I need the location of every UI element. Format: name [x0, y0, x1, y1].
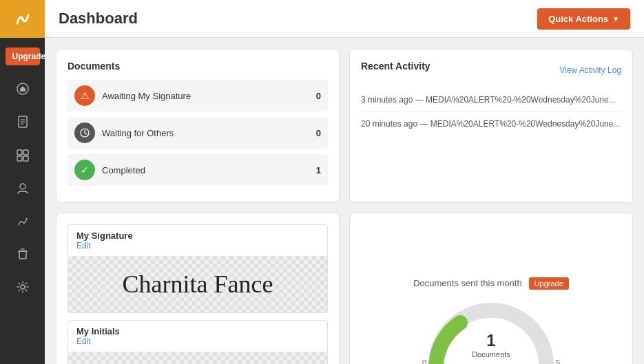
upgrade-button[interactable]: Upgrade	[6, 47, 40, 65]
signature-label: My Signature	[76, 231, 319, 241]
sidebar-item-trash[interactable]	[9, 240, 37, 268]
list-item: ⚠ Awaiting My Signature 0	[67, 80, 328, 111]
svg-rect-9	[23, 156, 28, 161]
svg-rect-11	[19, 251, 26, 259]
completed-count: 1	[316, 165, 321, 175]
sidebar-item-documents[interactable]	[9, 108, 37, 136]
sidebar: Upgrade	[0, 0, 45, 364]
my-signature-section: My Signature Edit Charnita Fance	[67, 224, 328, 313]
logo-icon	[10, 7, 35, 32]
gauge-sublabel: Documents	[472, 350, 510, 358]
signature-text: Charnita Fance	[123, 270, 273, 299]
quick-actions-arrow-icon: ▼	[612, 15, 619, 23]
list-item: ✓ Completed 1	[67, 154, 328, 186]
signature-header: My Signature Edit	[68, 225, 327, 256]
activity-card-title: Recent Activity	[361, 61, 430, 72]
svg-point-10	[20, 184, 25, 189]
sidebar-logo	[0, 0, 45, 38]
svg-point-14	[21, 285, 25, 289]
gauge-upgrade-button[interactable]: Upgrade	[529, 277, 569, 290]
svg-rect-7	[23, 150, 28, 155]
initials-body: CF	[68, 352, 327, 364]
signature-body: Charnita Fance	[68, 256, 327, 312]
list-item: Waiting for Others 0	[67, 117, 328, 149]
main-content: Dashboard Quick Actions ▼ Documents ⚠ Aw…	[45, 0, 644, 364]
sidebar-item-home[interactable]	[9, 75, 37, 103]
gauge-container: 1 Documents	[422, 297, 560, 365]
initials-edit-link[interactable]: Edit	[76, 336, 91, 346]
gauge-card: Documents sent this month Upgrade 1 Docu…	[349, 213, 633, 364]
completed-icon: ✓	[74, 160, 95, 180]
awaiting-signature-count: 0	[316, 91, 321, 101]
initials-label: My Initials	[76, 326, 319, 336]
sidebar-item-templates[interactable]	[9, 141, 37, 169]
documents-card: Documents ⚠ Awaiting My Signature 0 Wait…	[56, 49, 340, 203]
gauge-header: Documents sent this month Upgrade	[413, 277, 569, 290]
waiting-others-count: 0	[316, 128, 321, 138]
svg-rect-8	[17, 156, 22, 161]
svg-rect-6	[17, 150, 22, 155]
gauge-header-label: Documents sent this month	[413, 278, 522, 288]
signature-edit-link[interactable]: Edit	[76, 241, 91, 250]
quick-actions-label: Quick Actions	[548, 14, 608, 24]
sidebar-item-contacts[interactable]	[9, 174, 37, 202]
list-item: 20 minutes ago — MEDIA%20ALERT%20-%20Wed…	[361, 112, 621, 136]
awaiting-signature-label: Awaiting My Signature	[102, 91, 316, 101]
content-grid: Documents ⚠ Awaiting My Signature 0 Wait…	[45, 38, 644, 364]
sidebar-item-settings[interactable]	[9, 273, 37, 301]
documents-card-title: Documents	[67, 61, 328, 72]
completed-label: Completed	[102, 165, 316, 175]
header: Dashboard Quick Actions ▼	[45, 0, 644, 38]
waiting-others-icon	[74, 122, 95, 143]
activity-header: Recent Activity View Activity Log	[361, 61, 621, 80]
awaiting-signature-icon: ⚠	[74, 85, 95, 106]
svg-line-17	[85, 133, 87, 134]
list-item: 3 minutes ago — MEDIA%20ALERT%20-%20Wedn…	[361, 88, 621, 112]
signature-card: My Signature Edit Charnita Fance My Init…	[56, 213, 340, 364]
waiting-others-label: Waiting for Others	[102, 128, 316, 138]
gauge-count: 1	[472, 331, 510, 350]
my-initials-section: My Initials Edit CF	[67, 320, 328, 364]
recent-activity-card: Recent Activity View Activity Log 3 minu…	[349, 49, 633, 203]
page-title: Dashboard	[59, 10, 138, 28]
initials-header: My Initials Edit	[68, 321, 327, 352]
gauge-center: 1 Documents	[472, 331, 510, 358]
sidebar-item-sign[interactable]	[9, 207, 37, 235]
quick-actions-button[interactable]: Quick Actions ▼	[537, 8, 630, 30]
view-activity-log-link[interactable]: View Activity Log	[559, 65, 621, 75]
